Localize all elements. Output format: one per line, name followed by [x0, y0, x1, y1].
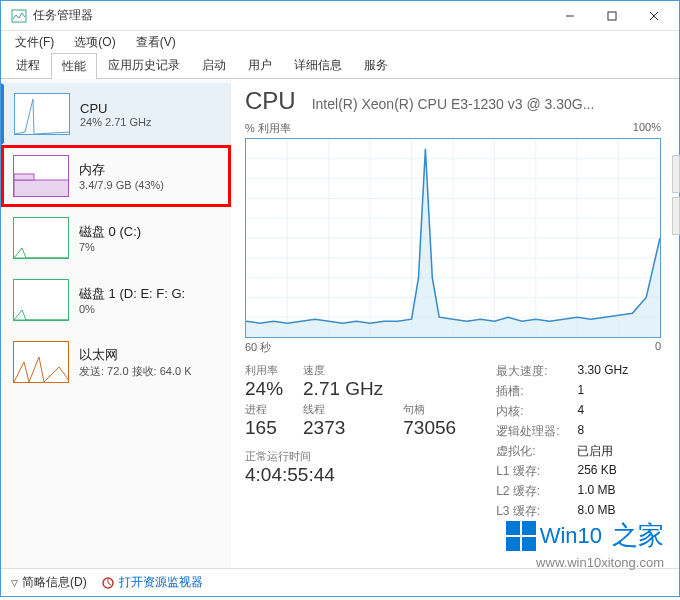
sidebar-item-net-4[interactable]: 以太网发送: 72.0 接收: 64.0 K [1, 331, 231, 393]
tab-details[interactable]: 详细信息 [283, 52, 353, 78]
edge-strip [672, 155, 680, 235]
cpu-thumb [14, 93, 70, 135]
cpu-graph [245, 138, 661, 338]
tabs: 进程 性能 应用历史记录 启动 用户 详细信息 服务 [1, 53, 679, 79]
graph-x-left: 60 秒 [245, 340, 271, 355]
uptime-label: 正常运行时间 [245, 449, 456, 464]
main-subtitle: Intel(R) Xeon(R) CPU E3-1230 v3 @ 3.30G.… [312, 96, 661, 112]
sidebar-item-detail: 3.4/7.9 GB (43%) [79, 179, 164, 191]
sidebar-item-mem-1[interactable]: 内存3.4/7.9 GB (43%) [1, 145, 231, 207]
stat-2 [403, 363, 456, 400]
tab-users[interactable]: 用户 [237, 52, 283, 78]
net-thumb [13, 341, 69, 383]
svg-rect-2 [608, 12, 616, 20]
menubar: 文件(F) 选项(O) 查看(V) [1, 31, 679, 53]
tab-startup[interactable]: 启动 [191, 52, 237, 78]
tab-app-history[interactable]: 应用历史记录 [97, 52, 191, 78]
sidebar-item-name: 磁盘 0 (C:) [79, 223, 141, 241]
sidebar-item-detail: 发送: 72.0 接收: 64.0 K [79, 364, 192, 379]
rstat-val-7: 8.0 MB [577, 503, 628, 520]
sidebar-item-detail: 24% 2.71 GHz [80, 116, 152, 128]
sidebar: CPU24% 2.71 GHz内存3.4/7.9 GB (43%)磁盘 0 (C… [1, 79, 231, 568]
tab-performance[interactable]: 性能 [51, 53, 97, 79]
stat-4: 线程2373 [303, 402, 383, 439]
rstat-val-3: 8 [577, 423, 628, 440]
svg-rect-5 [14, 180, 69, 197]
close-button[interactable] [633, 2, 675, 30]
menu-view[interactable]: 查看(V) [128, 32, 184, 53]
stat-1: 速度2.71 GHz [303, 363, 383, 400]
disk-thumb [13, 217, 69, 259]
uptime-value: 4:04:55:44 [245, 464, 456, 486]
sidebar-item-name: 内存 [79, 161, 164, 179]
sidebar-item-name: 磁盘 1 (D: E: F: G: [79, 285, 185, 303]
taskmgr-icon [11, 8, 27, 24]
rstat-val-4: 已启用 [577, 443, 628, 460]
window-controls [549, 2, 675, 30]
sidebar-item-cpu-0[interactable]: CPU24% 2.71 GHz [1, 83, 231, 145]
rstat-val-5: 256 KB [577, 463, 628, 480]
rstat-val-6: 1.0 MB [577, 483, 628, 500]
rstat-val-0: 3.30 GHz [577, 363, 628, 380]
disk-thumb [13, 279, 69, 321]
sidebar-item-detail: 7% [79, 241, 141, 253]
rstat-label-5: L1 缓存: [496, 463, 559, 480]
svg-rect-6 [14, 174, 34, 180]
graph-y-label: % 利用率 [245, 121, 291, 136]
window-title: 任务管理器 [33, 7, 549, 24]
sidebar-item-disk-3[interactable]: 磁盘 1 (D: E: F: G:0% [1, 269, 231, 331]
tab-services[interactable]: 服务 [353, 52, 399, 78]
mem-thumb [13, 155, 69, 197]
graph-x-right: 0 [655, 340, 661, 355]
stat-0: 利用率24% [245, 363, 283, 400]
rstat-label-2: 内核: [496, 403, 559, 420]
rstat-label-0: 最大速度: [496, 363, 559, 380]
fewer-details-button[interactable]: ▽ 简略信息(D) [11, 574, 87, 591]
stat-3: 进程165 [245, 402, 283, 439]
sidebar-item-disk-2[interactable]: 磁盘 0 (C:)7% [1, 207, 231, 269]
chevron-down-icon: ▽ [11, 578, 18, 588]
stat-5: 句柄73056 [403, 402, 456, 439]
sidebar-item-name: CPU [80, 101, 152, 116]
graph-y-max: 100% [633, 121, 661, 136]
open-resmon-link[interactable]: 打开资源监视器 [101, 574, 203, 591]
rstat-label-1: 插槽: [496, 383, 559, 400]
rstat-val-2: 4 [577, 403, 628, 420]
titlebar: 任务管理器 [1, 1, 679, 31]
rstat-label-3: 逻辑处理器: [496, 423, 559, 440]
tab-processes[interactable]: 进程 [5, 52, 51, 78]
maximize-button[interactable] [591, 2, 633, 30]
statusbar: ▽ 简略信息(D) 打开资源监视器 [1, 568, 679, 596]
resmon-icon [101, 576, 115, 590]
sidebar-item-name: 以太网 [79, 346, 192, 364]
minimize-button[interactable] [549, 2, 591, 30]
rstat-label-7: L3 缓存: [496, 503, 559, 520]
rstat-label-4: 虚拟化: [496, 443, 559, 460]
rstat-val-1: 1 [577, 383, 628, 400]
sidebar-item-detail: 0% [79, 303, 185, 315]
svg-line-28 [108, 583, 111, 585]
main-panel: CPU Intel(R) Xeon(R) CPU E3-1230 v3 @ 3.… [231, 79, 679, 568]
rstat-label-6: L2 缓存: [496, 483, 559, 500]
menu-options[interactable]: 选项(O) [66, 32, 123, 53]
menu-file[interactable]: 文件(F) [7, 32, 62, 53]
main-title: CPU [245, 87, 296, 115]
